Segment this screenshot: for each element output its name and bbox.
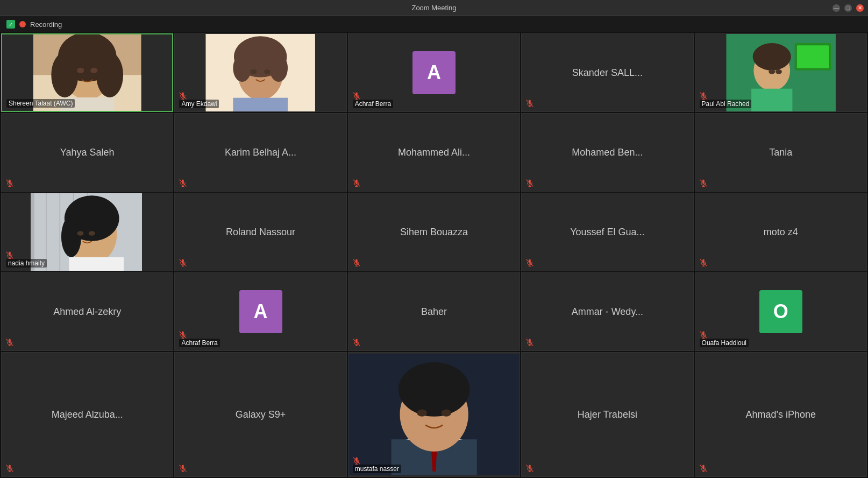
mute-icon-amy [179, 92, 187, 100]
participant-cell-amy[interactable]: Amy Ekdawi [174, 33, 346, 112]
participant-cell-paul[interactable]: Paul Abi Rached [695, 33, 867, 112]
mute-icon-majeed [6, 465, 13, 472]
avatar-achraf2: A [239, 290, 282, 333]
mute-icon-achraf1 [353, 92, 360, 100]
mute-icon-skander [526, 100, 533, 107]
participant-name-karim: Karim Belhaj A... [225, 147, 296, 158]
svg-point-14 [251, 69, 257, 74]
recording-bar: ✓ Recording [0, 16, 868, 32]
svg-rect-16 [233, 98, 288, 111]
svg-point-32 [769, 69, 775, 74]
participant-cell-youssef[interactable]: Youssef El Gua... [521, 193, 693, 271]
svg-point-5 [96, 52, 123, 97]
svg-point-63 [89, 231, 95, 236]
mute-icon-youssef [526, 259, 533, 266]
mute-icon-mohamed_ben [526, 179, 533, 187]
participant-name-shereen: Shereen Talaat (AWC) [6, 99, 75, 108]
close-button[interactable]: ✕ [856, 4, 864, 12]
mute-icon-galaxy [179, 465, 187, 472]
svg-point-61 [61, 216, 81, 257]
svg-point-6 [77, 68, 84, 73]
mute-icon-ouafa [700, 331, 707, 339]
svg-point-13 [270, 54, 288, 82]
svg-point-7 [90, 68, 97, 73]
mute-icon-yahya [6, 179, 13, 187]
participant-cell-moto[interactable]: moto z4 [695, 193, 867, 271]
participant-name-mustafa: mustafa nasser [353, 465, 401, 473]
mute-icon-tania [700, 179, 707, 187]
svg-point-33 [775, 69, 782, 74]
mute-icon-ahmad [700, 465, 707, 472]
minimize-button[interactable]: — [833, 4, 840, 12]
participant-cell-majeed[interactable]: Majeed Alzuba... [1, 352, 173, 477]
shield-icon: ✓ [6, 20, 15, 29]
participant-cell-galaxy[interactable]: Galaxy S9+ [174, 352, 346, 477]
svg-point-4 [51, 52, 78, 97]
window-title: Zoom Meeting [411, 4, 456, 12]
svg-point-107 [399, 362, 470, 417]
recording-dot [19, 21, 26, 27]
mute-icon-ammar [526, 339, 533, 346]
participant-name-paul: Paul Abi Rached [700, 100, 752, 108]
mute-icon-achraf2 [179, 331, 187, 339]
svg-point-15 [264, 69, 271, 74]
svg-rect-31 [751, 89, 792, 111]
mute-icon-hajer [526, 465, 533, 472]
participant-name-ouafa: Ouafa Haddioui [700, 339, 749, 347]
participant-name-achraf1: Achraf Berra [353, 100, 393, 108]
avatar-ouafa: O [759, 290, 802, 333]
participant-name-galaxy: Galaxy S9+ [236, 409, 286, 420]
participant-name-achraf2: Achraf Berra [179, 339, 219, 347]
participant-cell-hajer[interactable]: Hajer Trabelsi [521, 352, 693, 477]
svg-point-62 [77, 231, 84, 236]
participant-cell-ahmad[interactable]: Ahmad's iPhone [695, 352, 867, 477]
participant-grid: Shereen Talaat (AWC) Amy Ekdawi AAchraf … [0, 32, 868, 478]
participant-cell-ahmed[interactable]: Ahmed Al-zekry [1, 272, 173, 351]
participant-cell-karim[interactable]: Karim Belhaj A... [174, 113, 346, 192]
participant-name-ahmed: Ahmed Al-zekry [53, 306, 121, 318]
participant-cell-tania[interactable]: Tania [695, 113, 867, 192]
svg-point-108 [417, 410, 427, 417]
participant-cell-skander[interactable]: Skander SALL... [521, 33, 693, 112]
participant-name-majeed: Majeed Alzuba... [52, 409, 123, 420]
avatar-achraf1: A [412, 51, 456, 94]
participant-cell-ouafa[interactable]: OOuafa Haddioui [695, 272, 867, 351]
participant-cell-roland[interactable]: Roland Nassour [174, 193, 346, 271]
participant-cell-mohammed[interactable]: Mohammed Ali... [348, 113, 520, 192]
svg-point-30 [752, 43, 791, 71]
participant-cell-nadia[interactable]: nadia hmaity [1, 193, 173, 271]
participant-name-ahmad: Ahmad's iPhone [746, 409, 816, 420]
mute-icon-mustafa [353, 457, 360, 465]
mute-icon-mohammed [353, 179, 360, 187]
participant-name-roland: Roland Nassour [226, 227, 295, 238]
participant-cell-achraf2[interactable]: AAchraf Berra [174, 272, 346, 351]
mute-icon-nadia [6, 251, 13, 259]
participant-name-youssef: Youssef El Gua... [570, 227, 644, 238]
participant-name-ammar: Ammar - Wedy... [572, 306, 643, 318]
svg-point-12 [233, 54, 252, 82]
mute-icon-sihem [353, 259, 360, 266]
title-bar: Zoom Meeting — □ ✕ [0, 0, 868, 16]
mute-icon-baher [353, 339, 360, 346]
mute-icon-ahmed [6, 339, 13, 346]
participant-cell-ammar[interactable]: Ammar - Wedy... [521, 272, 693, 351]
participant-cell-sihem[interactable]: Sihem Bouazza [348, 193, 520, 271]
participant-name-moto: moto z4 [764, 227, 798, 238]
participant-cell-baher[interactable]: Baher [348, 272, 520, 351]
recording-label: Recording [30, 20, 62, 29]
participant-cell-achraf1[interactable]: AAchraf Berra [348, 33, 520, 112]
participant-cell-mohamed_ben[interactable]: Mohamed Ben... [521, 113, 693, 192]
participant-name-sihem: Sihem Bouazza [400, 227, 468, 238]
svg-rect-64 [69, 257, 124, 271]
mute-icon-karim [179, 179, 187, 187]
window-controls: — □ ✕ [833, 4, 864, 12]
mute-icon-paul [700, 92, 707, 100]
participant-cell-mustafa[interactable]: mustafa nasser [348, 352, 520, 477]
participant-name-amy: Amy Ekdawi [179, 100, 219, 108]
participant-cell-shereen[interactable]: Shereen Talaat (AWC) [1, 33, 173, 112]
maximize-button[interactable]: □ [844, 4, 852, 12]
mute-icon-moto [700, 259, 707, 266]
participant-cell-yahya[interactable]: Yahya Saleh [1, 113, 173, 192]
svg-rect-28 [796, 45, 828, 68]
participant-name-baher: Baher [421, 306, 447, 318]
